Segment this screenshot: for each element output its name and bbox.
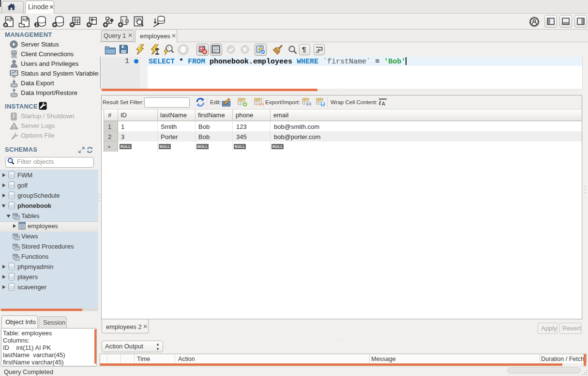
svg-text:A: A <box>382 101 386 107</box>
svg-text:SQL: SQL <box>6 18 13 22</box>
svg-text:{(): {() <box>121 19 129 24</box>
svg-text:SQL: SQL <box>22 18 29 22</box>
svg-text:I: I <box>379 100 381 107</box>
